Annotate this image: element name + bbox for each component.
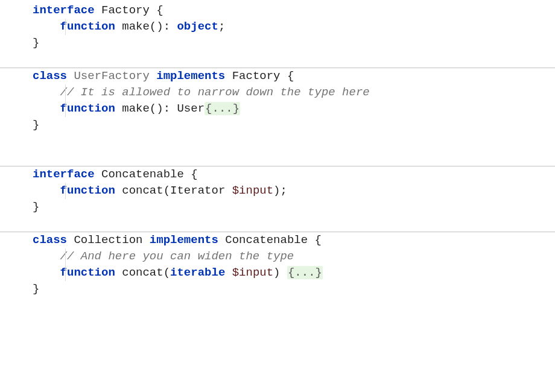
indent-guide [65,248,66,265]
brace-close: } [33,118,39,131]
indent-guide [65,84,66,101]
code-line[interactable]: } [33,117,555,133]
code-block-2: class UserFactory implements Factory { /… [0,68,555,133]
brace-close: } [33,282,39,296]
type-name: Factory [101,4,150,17]
code-line[interactable]: } [33,281,555,297]
brace-open: { [191,168,197,181]
code-line[interactable]: interface Factory { [33,2,555,19]
paren-open: ( [163,266,170,279]
indent-guide [65,19,66,35]
code-line[interactable]: // It is allowed to narrow down the type… [33,84,555,101]
brace-open: { [315,233,322,247]
brace-close: } [33,36,39,49]
keyword-function: function [60,184,115,197]
brace-close: } [33,200,39,213]
fold-marker[interactable]: {...} [287,266,323,279]
keyword-class: class [33,233,67,247]
param-type: iterable [170,266,225,279]
code-line[interactable]: function concat(Iterator $input); [33,183,555,199]
colon: : [163,20,170,33]
spacer [0,133,555,166]
param-var: $input [232,184,273,197]
class-name: Collection [74,233,142,247]
type-name: Concatenable [101,168,184,181]
keyword-interface: interface [33,168,95,181]
brace-open: { [287,69,294,83]
code-editor: interface Factory { function make(): obj… [0,0,555,297]
code-line[interactable]: function concat(iterable $input) {...} [33,265,555,281]
code-block-4: class Collection implements Concatenable… [0,232,555,297]
parentheses: () [150,20,163,33]
brace-open: { [156,4,163,17]
code-line[interactable]: // And here you can widen the type [33,248,555,265]
space [281,266,287,279]
code-block-1: interface Factory { function make(): obj… [0,2,555,68]
return-type: User [177,102,205,115]
code-line[interactable]: class UserFactory implements Factory { [33,68,555,84]
keyword-implements: implements [150,233,218,247]
paren-close: ) [273,266,280,279]
keyword-interface: interface [33,4,95,17]
param-type: Iterator [170,184,225,197]
keyword-class: class [33,69,67,83]
function-name: concat [122,266,163,279]
paren-open: ( [163,184,170,197]
indent-guide [65,183,66,199]
indent-guide [65,101,66,117]
colon: : [163,102,170,115]
code-line[interactable]: class Collection implements Concatenable… [33,232,555,248]
indent-guide [65,265,66,281]
semicolon: ; [218,20,225,33]
return-type: object [177,20,218,33]
blank-line [33,215,555,232]
blank-line [33,51,555,68]
class-name: UserFactory [74,69,149,83]
code-line[interactable]: interface Concatenable { [33,166,555,183]
keyword-implements: implements [156,69,225,83]
comment: // And here you can widen the type [60,250,294,263]
keyword-function: function [60,20,115,33]
code-block-3: interface Concatenable { function concat… [0,166,555,232]
function-name: concat [122,184,163,197]
function-name: make [122,20,150,33]
paren-close: ) [273,184,280,197]
code-line[interactable]: } [33,199,555,215]
keyword-function: function [60,266,115,279]
interface-name: Factory [232,69,281,83]
param-var: $input [232,266,273,279]
interface-name: Concatenable [225,233,308,247]
code-line[interactable]: } [33,35,555,51]
code-line[interactable]: function make(): User{...} [33,101,555,117]
keyword-function: function [60,102,115,115]
function-name: make [122,102,150,115]
semicolon: ; [281,184,287,197]
comment: // It is allowed to narrow down the type… [60,86,370,99]
parentheses: () [150,102,163,115]
code-line[interactable]: function make(): object; [33,19,555,35]
fold-marker[interactable]: {...} [205,102,240,115]
